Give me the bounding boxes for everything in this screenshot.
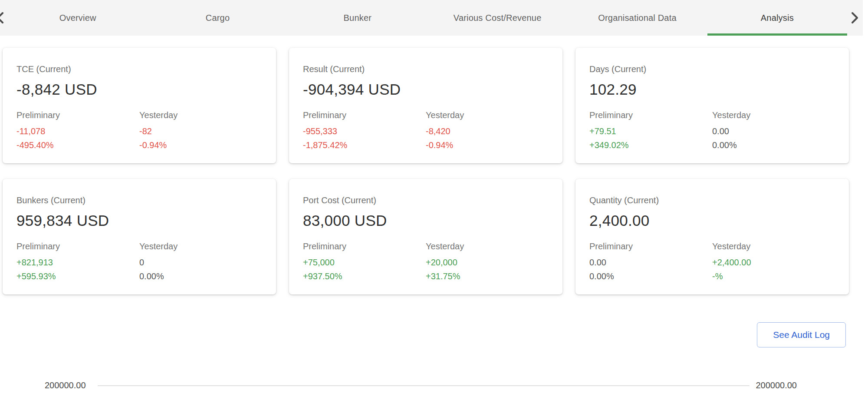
yesterday-percent: 0.00% [139, 269, 262, 283]
tab-label: Analysis [761, 13, 794, 23]
preliminary-value: +79.51 [589, 124, 712, 138]
yesterday-column: Yesterday +20,000 +31.75% [426, 241, 549, 283]
card-current-value: -904,394 USD [303, 81, 549, 98]
yesterday-value: -82 [139, 124, 262, 138]
preliminary-value: +821,913 [16, 255, 139, 269]
preliminary-column: Preliminary 0.00 0.00% [589, 241, 712, 283]
preliminary-label: Preliminary [303, 110, 426, 120]
tabs-scroll-left-button[interactable] [0, 0, 8, 36]
yesterday-percent: 0.00% [712, 138, 835, 152]
preliminary-column: Preliminary +75,000 +937.50% [303, 241, 426, 283]
preliminary-percent: -1,875.42% [303, 138, 426, 152]
scale-line [98, 385, 750, 386]
yesterday-value: +2,400.00 [712, 255, 835, 269]
tab-label: Overview [59, 13, 96, 23]
chevron-right-icon [850, 11, 859, 24]
preliminary-column: Preliminary -955,333 -1,875.42% [303, 110, 426, 152]
yesterday-percent: +31.75% [426, 269, 549, 283]
tab-bar: Overview Cargo Bunker Various Cost/Reven… [0, 0, 868, 36]
yesterday-column: Yesterday 0.00 0.00% [712, 110, 835, 152]
tab-label: Various Cost/Revenue [454, 13, 542, 23]
yesterday-label: Yesterday [139, 110, 262, 120]
preliminary-label: Preliminary [16, 241, 139, 251]
tabs-scroll-right-button[interactable] [847, 0, 862, 36]
yesterday-value: 0.00 [712, 124, 835, 138]
preliminary-column: Preliminary +79.51 +349.02% [589, 110, 712, 152]
bottom-scale: 200000.00 200000.00 [45, 380, 797, 390]
kpi-card-bunkers: Bunkers (Current) 959,834 USD Preliminar… [3, 179, 276, 294]
tab-label: Bunker [344, 13, 372, 23]
kpi-card-quantity: Quantity (Current) 2,400.00 Preliminary … [575, 179, 849, 294]
scale-max-label: 200000.00 [756, 380, 797, 390]
card-title: Days (Current) [589, 64, 835, 74]
preliminary-label: Preliminary [589, 110, 712, 120]
card-current-value: -8,842 USD [16, 81, 262, 98]
card-current-value: 959,834 USD [16, 212, 262, 229]
preliminary-label: Preliminary [589, 241, 712, 251]
scale-min-label: 200000.00 [45, 380, 86, 390]
tab-overview[interactable]: Overview [8, 0, 148, 36]
scrollbar-track[interactable] [863, 0, 868, 410]
yesterday-column: Yesterday 0 0.00% [139, 241, 262, 283]
tab-organisational-data[interactable]: Organisational Data [567, 0, 707, 36]
card-title: Port Cost (Current) [303, 195, 549, 205]
tab-cargo[interactable]: Cargo [148, 0, 287, 36]
tab-bunker[interactable]: Bunker [288, 0, 427, 36]
preliminary-value: +75,000 [303, 255, 426, 269]
yesterday-percent: -0.94% [426, 138, 549, 152]
yesterday-value: 0 [139, 255, 262, 269]
preliminary-value: -11,078 [16, 124, 139, 138]
yesterday-value: +20,000 [426, 255, 549, 269]
preliminary-value: 0.00 [589, 255, 712, 269]
see-audit-log-button[interactable]: See Audit Log [757, 322, 846, 347]
card-current-value: 2,400.00 [589, 212, 835, 229]
active-tab-indicator [707, 33, 847, 36]
card-current-value: 102.29 [589, 81, 835, 98]
preliminary-value: -955,333 [303, 124, 426, 138]
card-current-value: 83,000 USD [303, 212, 549, 229]
preliminary-label: Preliminary [303, 241, 426, 251]
chevron-left-icon [0, 11, 5, 24]
tab-various-cost-revenue[interactable]: Various Cost/Revenue [427, 0, 567, 36]
kpi-card-grid: TCE (Current) -8,842 USD Preliminary -11… [3, 48, 849, 294]
preliminary-column: Preliminary -11,078 -495.40% [16, 110, 139, 152]
yesterday-percent: -% [712, 269, 835, 283]
yesterday-label: Yesterday [712, 110, 835, 120]
yesterday-column: Yesterday -8,420 -0.94% [426, 110, 549, 152]
yesterday-column: Yesterday +2,400.00 -% [712, 241, 835, 283]
yesterday-label: Yesterday [426, 110, 549, 120]
yesterday-label: Yesterday [139, 241, 262, 251]
yesterday-label: Yesterday [712, 241, 835, 251]
yesterday-value: -8,420 [426, 124, 549, 138]
preliminary-label: Preliminary [16, 110, 139, 120]
card-title: Result (Current) [303, 64, 549, 74]
kpi-card-tce: TCE (Current) -8,842 USD Preliminary -11… [3, 48, 276, 163]
yesterday-percent: -0.94% [139, 138, 262, 152]
kpi-card-port-cost: Port Cost (Current) 83,000 USD Prelimina… [289, 179, 562, 294]
preliminary-percent: +937.50% [303, 269, 426, 283]
kpi-card-result: Result (Current) -904,394 USD Preliminar… [289, 48, 562, 163]
tab-label: Cargo [206, 13, 230, 23]
preliminary-column: Preliminary +821,913 +595.93% [16, 241, 139, 283]
kpi-card-days: Days (Current) 102.29 Preliminary +79.51… [575, 48, 849, 163]
yesterday-column: Yesterday -82 -0.94% [139, 110, 262, 152]
card-title: Bunkers (Current) [16, 195, 262, 205]
card-title: TCE (Current) [16, 64, 262, 74]
preliminary-percent: 0.00% [589, 269, 712, 283]
audit-button-row: See Audit Log [0, 322, 846, 347]
preliminary-percent: +595.93% [16, 269, 139, 283]
card-title: Quantity (Current) [589, 195, 835, 205]
tab-analysis[interactable]: Analysis [707, 0, 847, 36]
preliminary-percent: -495.40% [16, 138, 139, 152]
yesterday-label: Yesterday [426, 241, 549, 251]
preliminary-percent: +349.02% [589, 138, 712, 152]
tab-label: Organisational Data [598, 13, 677, 23]
